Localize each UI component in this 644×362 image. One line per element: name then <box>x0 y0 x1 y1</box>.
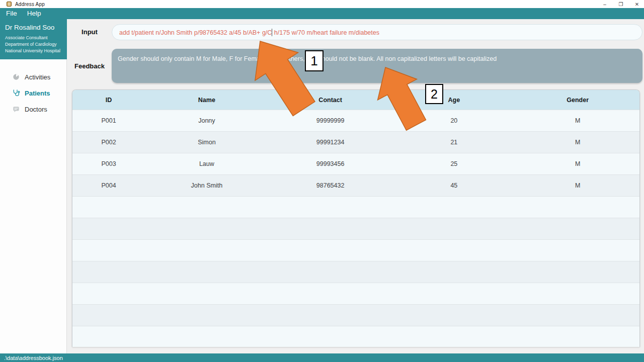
input-label: Input <box>67 24 112 40</box>
table-cell: 21 <box>392 132 516 153</box>
command-input-value: add t/patient n/John Smith p/98765432 a/… <box>119 29 379 36</box>
table-cell: Lauw <box>145 153 269 174</box>
restore-button[interactable]: ❐ <box>618 2 624 7</box>
feedback-label: Feedback <box>67 49 112 83</box>
sidebar-item-patients[interactable]: Patients <box>0 85 66 101</box>
table-cell: M <box>516 175 639 196</box>
sidebar-item-label: Doctors <box>25 106 47 113</box>
sidebar-item-doctors[interactable]: Doctors <box>0 101 66 117</box>
sidebar: Dr Rosalind Soo Associate Consultant Dep… <box>0 19 67 353</box>
table-row[interactable]: P004John Smith9876543245M <box>72 174 639 196</box>
column-header-contact[interactable]: Contact <box>269 90 392 110</box>
table-cell: P004 <box>72 175 145 196</box>
table-cell: M <box>516 132 639 153</box>
minimize-button[interactable]: – <box>602 2 608 7</box>
table-cell: 99999999 <box>269 110 392 131</box>
column-header-id[interactable]: ID <box>72 90 145 110</box>
menu-file[interactable]: File <box>1 8 22 19</box>
sidebar-nav: ActivitiesPatientsDoctors <box>0 69 66 117</box>
main-panel: Input add t/patient n/John Smith p/98765… <box>67 19 644 353</box>
column-header-gender[interactable]: Gender <box>516 90 639 110</box>
app-window: Address App – ❐ ✕ File Help Dr Rosalind … <box>0 0 644 362</box>
column-header-age[interactable]: Age <box>392 90 516 110</box>
table-cell: John Smith <box>145 175 269 196</box>
pie-chart-icon <box>12 73 20 81</box>
table-cell: 20 <box>392 110 516 131</box>
table-cell: 45 <box>392 175 516 196</box>
sidebar-item-activities[interactable]: Activities <box>0 69 66 85</box>
data-file-path: .\data\addressbook.json <box>4 355 63 361</box>
profile-hospital: National University Hospital <box>5 48 62 54</box>
stethoscope-icon <box>12 89 20 97</box>
annotation-label-1: 1 <box>305 50 324 71</box>
table-cell: Jonny <box>145 110 269 131</box>
table-row-empty <box>72 304 639 326</box>
annotation-label-2: 2 <box>425 84 443 104</box>
table-cell: P001 <box>72 110 145 131</box>
app-icon <box>7 2 12 7</box>
table-body: P001Jonny9999999920MP002Simon9999123421M… <box>72 110 639 347</box>
table-cell: P003 <box>72 153 145 174</box>
profile-role: Associate Consultant <box>5 35 62 41</box>
table-row-empty <box>72 283 639 304</box>
table-row-empty <box>72 326 639 347</box>
status-bar: .\data\addressbook.json <box>0 353 644 362</box>
table-row-empty <box>72 218 639 239</box>
patients-table: IDNameContactAgeGender P001Jonny99999999… <box>72 89 640 347</box>
feedback-box: Gender should only contain M for Male, F… <box>112 49 642 83</box>
menu-bar: File Help <box>0 8 644 19</box>
table-row-empty <box>72 239 639 261</box>
sidebar-item-label: Patients <box>25 89 50 97</box>
profile-card: Dr Rosalind Soo Associate Consultant Dep… <box>0 19 67 59</box>
sidebar-item-label: Activities <box>25 73 50 81</box>
table-header-row: IDNameContactAgeGender <box>72 90 639 110</box>
table-row-empty <box>72 196 639 218</box>
table-cell: M <box>516 110 639 131</box>
table-cell: 99993456 <box>269 153 392 174</box>
table-cell: P002 <box>72 132 145 153</box>
profile-name: Dr Rosalind Soo <box>5 24 62 31</box>
command-input[interactable]: add t/patient n/John Smith p/98765432 a/… <box>112 24 642 40</box>
table-row[interactable]: P002Simon9999123421M <box>72 131 639 153</box>
table-cell: 25 <box>392 153 516 174</box>
table-cell: 99991234 <box>269 132 392 153</box>
table-cell: 98765432 <box>269 175 392 196</box>
table-cell: Simon <box>145 132 269 153</box>
table-cell: M <box>516 153 639 174</box>
profile-department: Department of Cardiology <box>5 41 62 48</box>
table-row-empty <box>72 261 639 283</box>
close-button[interactable]: ✕ <box>634 2 640 7</box>
speech-bubble-icon <box>12 105 20 113</box>
table-row[interactable]: P003Lauw9999345625M <box>72 153 639 174</box>
menu-help[interactable]: Help <box>22 8 46 19</box>
table-row[interactable]: P001Jonny9999999920M <box>72 110 639 131</box>
column-header-name[interactable]: Name <box>145 90 269 110</box>
window-title: Address App <box>15 2 45 7</box>
title-bar: Address App – ❐ ✕ <box>0 0 644 8</box>
